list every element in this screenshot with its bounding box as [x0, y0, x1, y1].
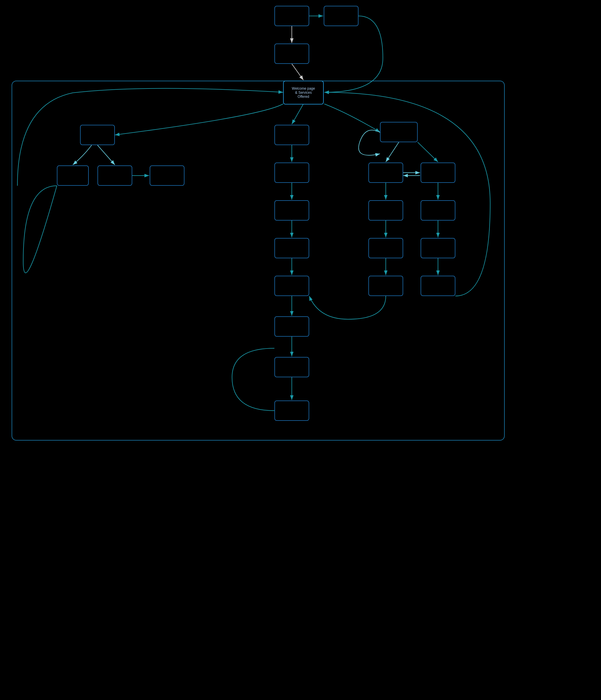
- node-n15: [368, 200, 403, 221]
- arrows-svg: [0, 0, 601, 700]
- node-n25: [275, 400, 309, 421]
- node-n17: [275, 238, 309, 258]
- node-n24: [275, 357, 309, 377]
- node-n13: [421, 162, 455, 183]
- svg-line-17: [418, 142, 438, 162]
- node-n2: [324, 6, 359, 26]
- node-n19: [421, 238, 455, 258]
- node-n12: [368, 162, 403, 183]
- node-n7: [380, 122, 418, 142]
- node-n14: [275, 200, 309, 221]
- node-n22: [421, 276, 455, 296]
- node-n23: [275, 316, 309, 336]
- svg-line-5: [292, 64, 304, 80]
- node-n8: [57, 166, 89, 186]
- node-n21: [368, 276, 403, 296]
- node-n16: [421, 200, 455, 221]
- node-n11: [275, 162, 309, 183]
- svg-line-6: [292, 104, 304, 124]
- node-n1: [275, 6, 309, 26]
- node-n3: [275, 44, 309, 64]
- node-n18: [368, 238, 403, 258]
- node-n9: [98, 166, 132, 186]
- svg-line-16: [386, 142, 399, 162]
- node-n5: [80, 125, 115, 145]
- node-n20: [275, 276, 309, 296]
- node-welcome-page: Welcome page & Services Offered: [283, 81, 324, 104]
- node-n6: [275, 125, 309, 145]
- svg-line-7: [98, 145, 115, 165]
- canvas: Welcome page & Services Offered: [0, 0, 601, 700]
- node-n10: [150, 166, 184, 186]
